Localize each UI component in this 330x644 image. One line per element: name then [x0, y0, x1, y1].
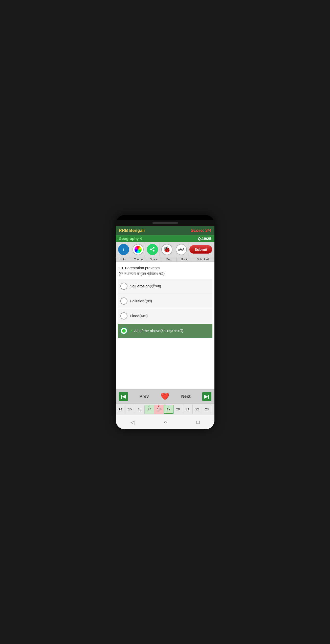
qnum-cell-20[interactable]: 20	[173, 405, 183, 414]
question-main-text: Forestation prevents	[125, 266, 160, 270]
qnum-cell-14[interactable]: 14	[116, 405, 125, 414]
content-spacer	[116, 339, 214, 389]
first-icon: |◀	[121, 394, 126, 399]
qnum-label: 14	[119, 407, 122, 411]
color-wheel-icon	[135, 246, 142, 253]
qnum-label: 15	[128, 407, 132, 411]
qnum-label: 18	[157, 407, 161, 411]
share-toolbar-item[interactable]	[145, 243, 160, 256]
question-area: 19. Forestation prevents (বন সংরক্ষণের ম…	[116, 262, 214, 279]
theme-label: Theme	[131, 257, 146, 261]
qnum-label: 16	[138, 407, 141, 411]
qnum-label: 22	[195, 407, 199, 411]
option-a-text: Soil erosion(ভূমিক্ষয়)	[130, 284, 161, 288]
option-d-radio	[120, 327, 127, 334]
option-a-row[interactable]: Soil erosion(ভূমিক্ষয়)	[118, 279, 212, 293]
theme-toolbar-item[interactable]	[131, 243, 145, 256]
phone-frame: RRB Bengali Score: 3/4 Geography 4 Q.19/…	[116, 215, 214, 429]
last-icon: ▶|	[204, 394, 209, 399]
options-area: Soil erosion(ভূমিক্ষয়) Pollution(দূষণ) …	[116, 279, 214, 339]
submit-all-button[interactable]: Submit	[189, 245, 212, 254]
last-arrow-box: ▶|	[202, 392, 211, 401]
qnum-cell-15[interactable]: 15	[125, 405, 135, 414]
app-title: RRB Bengali	[119, 228, 145, 233]
option-b-row[interactable]: Pollution(দূষণ)	[118, 294, 212, 308]
qnum-cell-23[interactable]: 23	[202, 405, 212, 414]
qnum-cell-19[interactable]: ✓19	[164, 405, 173, 414]
font-toolbar-item[interactable]: aAA	[174, 243, 189, 256]
toolbar: i 🐞	[116, 242, 214, 262]
qnum-cell-16[interactable]: 16	[135, 405, 145, 414]
submit-toolbar-item[interactable]: Submit	[188, 245, 213, 254]
option-c-text: Flood(বন্যা)	[130, 314, 148, 318]
qnum-cell-21[interactable]: 21	[183, 405, 193, 414]
toolbar-icons: i 🐞	[116, 242, 214, 257]
notch	[152, 222, 178, 224]
question-number: 19.	[119, 266, 124, 270]
share-icon	[147, 244, 158, 255]
qnum-label: 20	[176, 407, 180, 411]
first-arrow-box: |◀	[119, 392, 128, 401]
bug-label: Bug	[161, 257, 177, 261]
android-nav: ◁ ○ □	[116, 415, 214, 429]
subject-title: Geography 4	[119, 236, 142, 241]
question-text: 19. Forestation prevents (বন সংরক্ষণের ম…	[119, 265, 211, 277]
header-top: RRB Bengali Score: 3/4	[116, 226, 214, 235]
question-number-strip: 141516✓17✗18✓19202122232425	[116, 404, 214, 415]
score-display: Score: 3/4	[191, 228, 211, 233]
option-a-radio	[120, 283, 127, 290]
next-button[interactable]: Next	[173, 389, 199, 404]
qnum-label: 23	[205, 407, 209, 411]
qnum-label: 17	[147, 407, 151, 411]
toolbar-labels: Info Theme Share Bug Font Submit All	[116, 257, 214, 261]
qnum-cell-24[interactable]: 24	[212, 405, 214, 414]
font-icon: aAA	[176, 244, 187, 255]
header-bottom: Geography 4 Q.19/25	[116, 235, 214, 242]
option-b-text: Pollution(দূষণ)	[130, 299, 152, 303]
option-d-text: ✓All of the above(উপরোক্ত সবকটি)	[130, 329, 184, 333]
question-bengali-text: (বন সংরক্ষণের মাধ্যমে প্রতিরোধ ঘটে)	[119, 271, 165, 276]
radio-selected-indicator	[122, 329, 126, 333]
info-icon: i	[118, 244, 129, 255]
status-bar	[116, 220, 214, 226]
info-toolbar-item[interactable]: i	[117, 243, 131, 256]
first-question-button[interactable]: |◀	[116, 389, 131, 404]
home-button[interactable]: ○	[159, 418, 172, 427]
nav-bar: |◀ Prev ❤️ Next ▶|	[116, 389, 214, 404]
qnum-cell-18[interactable]: ✗18	[154, 405, 164, 414]
share-label: Share	[146, 257, 161, 261]
heart-icon: ❤️	[161, 392, 169, 401]
option-b-radio	[120, 298, 127, 305]
back-button[interactable]: ◁	[125, 418, 139, 427]
app-container: RRB Bengali Score: 3/4 Geography 4 Q.19/…	[116, 226, 214, 429]
submit-all-label: Submit All	[192, 257, 214, 261]
option-c-radio	[120, 312, 127, 319]
bug-toolbar-item[interactable]: 🐞	[160, 243, 174, 256]
option-d-row[interactable]: ✓All of the above(উপরোক্ত সবকটি)	[118, 324, 212, 338]
info-label: Info	[116, 257, 131, 261]
favorite-button[interactable]: ❤️	[158, 389, 173, 404]
last-question-button[interactable]: ▶|	[199, 389, 214, 404]
theme-icon	[133, 244, 144, 255]
qnum-cell-17[interactable]: ✓17	[145, 405, 154, 414]
svg-text:i: i	[123, 247, 124, 251]
qnum-label: 21	[186, 407, 189, 411]
font-label: Font	[177, 257, 192, 261]
qnum-cell-22[interactable]: 22	[193, 405, 202, 414]
recents-button[interactable]: □	[191, 418, 205, 427]
checkmark-icon: ✓	[130, 329, 133, 333]
option-c-row[interactable]: Flood(বন্যা)	[118, 309, 212, 323]
question-number-display: Q.19/25	[198, 236, 211, 241]
prev-button[interactable]: Prev	[131, 389, 158, 404]
bug-icon: 🐞	[161, 244, 172, 255]
